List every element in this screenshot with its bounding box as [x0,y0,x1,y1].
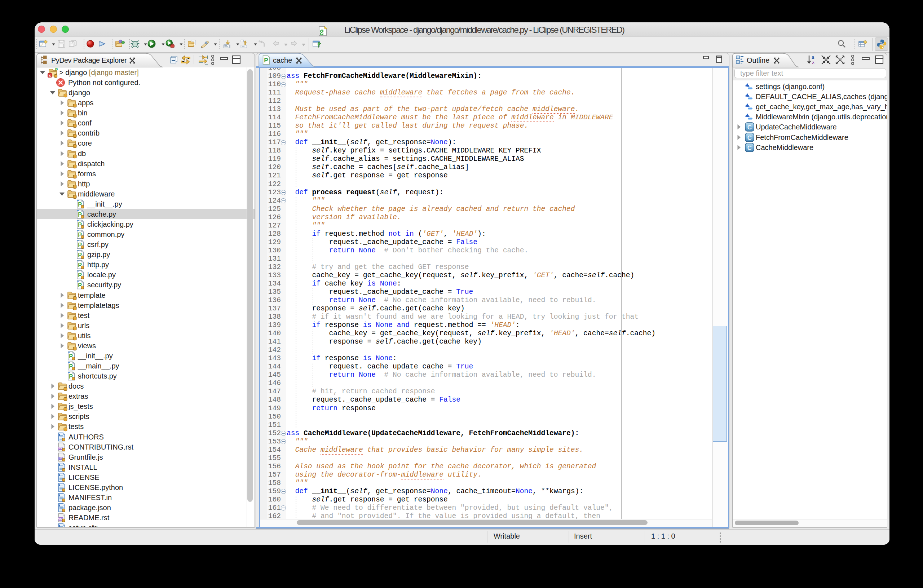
svg-text:x: x [49,74,51,77]
svg-text:C: C [747,124,752,131]
svg-text:a: a [811,54,815,60]
svg-text:C: C [747,144,752,151]
svg-text:C: C [747,134,752,141]
svg-text:P: P [264,57,268,64]
svg-text:z: z [812,59,815,65]
svg-text:P: P [55,68,57,72]
